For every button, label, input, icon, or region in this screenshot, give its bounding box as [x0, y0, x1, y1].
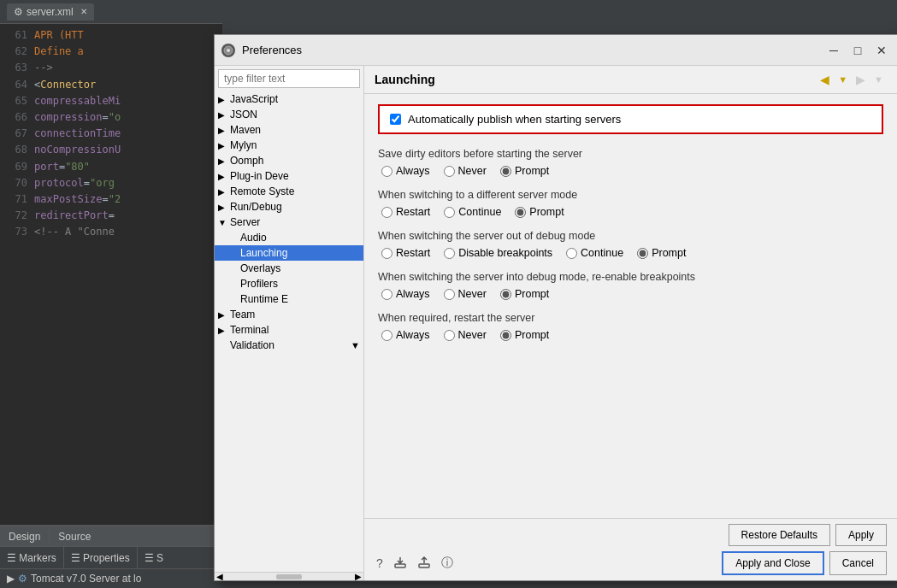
tree-item-launching[interactable]: Launching [215, 245, 363, 261]
into-debug-always[interactable]: Always [381, 288, 430, 300]
export-button[interactable] [392, 554, 409, 573]
source-tab[interactable]: Source [50, 526, 99, 546]
forward-button[interactable]: ▶ [853, 71, 869, 88]
cancel-button[interactable]: Cancel [829, 551, 887, 575]
section-out-debug-label: When switching the server out of debug m… [378, 230, 883, 242]
arrow-icon: ▶ [218, 126, 228, 135]
restart-always[interactable]: Always [381, 329, 430, 341]
auto-publish-checkbox[interactable] [390, 114, 401, 125]
close-button[interactable]: ✕ [873, 42, 890, 59]
arrow-icon: ▶ [218, 172, 228, 181]
tree-item-javascript[interactable]: ▶ JavaScript [215, 91, 363, 107]
footer-row-actions: Restore Defaults Apply [375, 524, 887, 546]
svg-rect-3 [419, 564, 429, 567]
out-debug-disable-bp[interactable]: Disable breakpoints [444, 247, 552, 259]
tree-item-terminal[interactable]: ▶ Terminal [215, 322, 363, 338]
minimize-button[interactable]: ─ [825, 42, 842, 59]
dialog-body: ▶ JavaScript ▶ JSON ▶ Maven ▶ Mylyn ▶ [215, 66, 897, 580]
info-button[interactable]: ⓘ [440, 554, 455, 573]
tree-scroll-left[interactable]: ◀ [216, 572, 223, 580]
tree-item-mylyn[interactable]: ▶ Mylyn [215, 138, 363, 153]
tree-item-json[interactable]: ▶ JSON [215, 107, 363, 122]
tree-scroll-right[interactable]: ▶ [355, 572, 362, 580]
tree-item-maven[interactable]: ▶ Maven [215, 122, 363, 138]
content-header: Launching ◀ ▼ ▶ ▼ [364, 66, 897, 94]
section-title: Launching [375, 73, 435, 86]
editor-code: 61APR (HTT 62Define a 63--> 64<Connector… [0, 24, 222, 244]
save-dirty-always[interactable]: Always [381, 165, 430, 177]
into-debug-radio-group: Always Never Prompt [378, 288, 883, 300]
dialog-footer: Restore Defaults Apply ? [364, 518, 897, 580]
import-button[interactable] [416, 554, 433, 573]
out-debug-prompt[interactable]: Prompt [637, 247, 686, 259]
svg-point-1 [227, 49, 230, 52]
help-button[interactable]: ? [375, 555, 385, 572]
server-xml-tab[interactable]: ⚙ server.xml ✕ [7, 3, 94, 21]
tree-item-remote-systems[interactable]: ▶ Remote Syste [215, 184, 363, 199]
arrow-icon: ▶ [218, 187, 228, 197]
tree-item-run-debug[interactable]: ▶ Run/Debug [215, 199, 363, 215]
out-debug-continue[interactable]: Continue [566, 247, 623, 259]
arrow-icon: ▶ [218, 95, 228, 104]
back-arrow-down[interactable]: ▼ [835, 73, 851, 86]
tree-content: ▶ JavaScript ▶ JSON ▶ Maven ▶ Mylyn ▶ [215, 91, 363, 572]
apply-and-close-button[interactable]: Apply and Close [722, 551, 823, 575]
nav-buttons: ◀ ▼ ▶ ▼ [817, 71, 887, 88]
extra-tab[interactable]: ☰ S [138, 547, 170, 568]
restore-defaults-button[interactable]: Restore Defaults [729, 524, 830, 546]
arrow-icon: ▶ [218, 141, 228, 150]
save-dirty-prompt[interactable]: Prompt [500, 165, 549, 177]
properties-tab[interactable]: ☰ Properties [64, 547, 138, 568]
save-dirty-radio-group: Always Never Prompt [378, 165, 883, 177]
tree-item-runtime[interactable]: Runtime E [215, 291, 363, 307]
arrow-icon: ▶ [218, 156, 228, 166]
section-restart-label: When required, restart the server [378, 312, 883, 324]
editor-background: ⚙ server.xml ✕ 61APR (HTT 62Define a 63-… [0, 0, 222, 588]
footer-icons: ? ⓘ [375, 554, 455, 573]
switch-mode-restart[interactable]: Restart [381, 206, 430, 218]
arrow-expanded-icon: ▼ [218, 218, 228, 227]
section-save-dirty-label: Save dirty editors before starting the s… [378, 148, 883, 160]
switch-mode-prompt[interactable]: Prompt [515, 206, 564, 218]
auto-publish-option: Automatically publish when starting serv… [378, 104, 883, 134]
tree-item-oomph[interactable]: ▶ Oomph [215, 153, 363, 168]
section-into-debug-label: When switching the server into debug mod… [378, 271, 883, 283]
tab-label: server.xml [27, 6, 74, 18]
section-save-dirty: Save dirty editors before starting the s… [378, 148, 883, 177]
arrow-icon: ▶ [218, 203, 228, 212]
restart-radio-group: Always Never Prompt [378, 329, 883, 341]
forward-arrow-down[interactable]: ▼ [870, 73, 887, 86]
switch-mode-continue[interactable]: Continue [444, 206, 501, 218]
restart-prompt[interactable]: Prompt [500, 329, 549, 341]
arrow-icon: ▶ [218, 326, 228, 335]
auto-publish-label[interactable]: Automatically publish when starting serv… [408, 113, 621, 126]
tree-item-team[interactable]: ▶ Team [215, 307, 363, 322]
save-dirty-never[interactable]: Never [444, 165, 487, 177]
file-icon: ⚙ [14, 6, 23, 18]
footer-main-buttons: Apply and Close Cancel [722, 551, 887, 575]
tree-item-profilers[interactable]: Profilers [215, 276, 363, 291]
out-debug-restart[interactable]: Restart [381, 247, 430, 259]
maximize-button[interactable]: □ [849, 42, 866, 59]
restart-never[interactable]: Never [444, 329, 487, 341]
tree-item-server[interactable]: ▼ Server [215, 215, 363, 230]
server-icon: ⚙ [18, 573, 27, 585]
into-debug-never[interactable]: Never [444, 288, 487, 300]
content-body: Automatically publish when starting serv… [364, 94, 897, 518]
apply-button[interactable]: Apply [835, 524, 887, 546]
footer-row-main: ? ⓘ [375, 551, 887, 575]
into-debug-prompt[interactable]: Prompt [500, 288, 549, 300]
tree-item-plugin-dev[interactable]: ▶ Plug-in Deve [215, 168, 363, 184]
dialog-titlebar: Preferences ─ □ ✕ [215, 35, 897, 66]
close-icon[interactable]: ✕ [80, 7, 87, 16]
section-out-debug: When switching the server out of debug m… [378, 230, 883, 259]
design-tab[interactable]: Design [0, 526, 50, 546]
tree-item-validation[interactable]: Validation ▼ [215, 338, 363, 353]
markers-tab[interactable]: ☰ Markers [0, 547, 64, 568]
tree-item-overlays[interactable]: Overlays [215, 261, 363, 276]
preferences-icon [221, 44, 235, 57]
out-debug-radio-group: Restart Disable breakpoints Continue Pro… [378, 247, 883, 259]
tree-filter-input[interactable] [218, 69, 360, 88]
back-button[interactable]: ◀ [817, 71, 833, 88]
tree-item-audio[interactable]: Audio [215, 230, 363, 245]
